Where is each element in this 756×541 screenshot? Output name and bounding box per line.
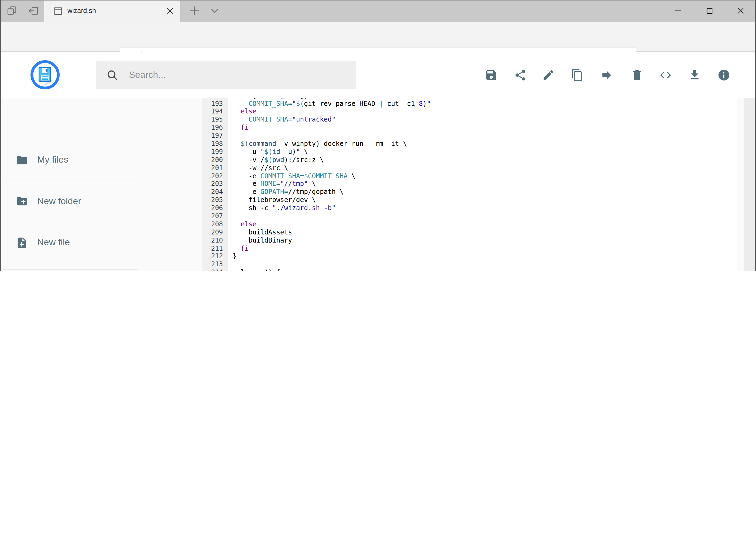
code-line-text[interactable]: buildBinary <box>228 236 737 245</box>
code-line-text[interactable]: -e HOME="//tmp" \ <box>228 180 737 188</box>
code-line[interactable]: 208 else <box>202 221 737 229</box>
line-number[interactable]: 194 <box>202 108 228 116</box>
indent-guide <box>240 204 241 212</box>
sidebar-item-new-file[interactable]: New file <box>16 231 70 255</box>
code-button[interactable] <box>656 66 675 84</box>
filebrowser-logo[interactable] <box>30 60 60 90</box>
browser-tab[interactable]: wizard.sh <box>44 0 180 22</box>
code-line-text[interactable]: filebrowser/dev \ <box>228 196 737 204</box>
line-number[interactable]: 202 <box>202 172 228 180</box>
code-line-text[interactable]: -u "$(id -u)" \ <box>228 148 737 156</box>
line-number[interactable]: 197 <box>202 132 228 140</box>
code-line-text[interactable]: $(command -v winpty) docker run --rm -it… <box>228 140 737 148</box>
line-number[interactable]: 205 <box>202 196 228 204</box>
line-number[interactable]: 206 <box>202 204 228 212</box>
indent-guide <box>240 100 241 108</box>
code-editor[interactable]: 192 if [ -d ".git" ]; then193 COMMIT_SHA… <box>202 98 737 270</box>
search-input[interactable] <box>128 69 335 81</box>
code-line[interactable]: 197 <box>202 132 737 140</box>
line-number[interactable]: 199 <box>202 148 228 156</box>
code-line-text[interactable]: else <box>228 221 737 229</box>
code-line[interactable]: 194 else <box>202 108 737 116</box>
line-number[interactable]: 209 <box>202 229 228 237</box>
code-line[interactable]: 207 <box>202 212 737 221</box>
code-line[interactable]: 210 buildBinary <box>202 236 737 245</box>
code-line-text[interactable]: COMMIT_SHA="$(git rev-parse HEAD | cut -… <box>228 100 737 108</box>
tab-list-chevron-icon[interactable] <box>204 0 226 22</box>
code-line[interactable]: 211 fi <box>202 245 737 253</box>
line-number[interactable]: 210 <box>202 236 228 245</box>
line-number[interactable]: 208 <box>202 221 228 229</box>
code-line[interactable]: 199 -u "$(id -u)" \ <box>202 148 737 156</box>
code-line[interactable]: 196 fi <box>202 124 737 132</box>
code-line[interactable]: 206 sh -c "./wizard.sh -b" <box>202 204 737 212</box>
line-number[interactable]: 213 <box>202 261 228 269</box>
line-number[interactable]: 201 <box>202 164 228 172</box>
window-minimize-button[interactable] <box>665 0 690 22</box>
code-line[interactable]: 198 $(command -v winpty) docker run --rm… <box>202 140 737 148</box>
line-number[interactable]: 195 <box>202 116 228 124</box>
download-button[interactable] <box>685 66 704 84</box>
tab-close-icon[interactable] <box>163 4 177 18</box>
code-line-text[interactable] <box>228 132 737 140</box>
sidebar-item-new-folder[interactable]: New folder <box>16 189 81 213</box>
line-number[interactable]: 204 <box>202 188 228 196</box>
share-button[interactable] <box>511 66 530 84</box>
window-maximize-button[interactable] <box>697 0 722 22</box>
copy-button[interactable] <box>568 66 586 84</box>
delete-button[interactable] <box>628 66 646 84</box>
tab-preview-icon[interactable] <box>1 0 23 22</box>
code-line-text[interactable]: -e COMMIT_SHA=$COMMIT_SHA \ <box>228 172 737 180</box>
code-line-text[interactable]: -v /$(pwd):/src:z \ <box>228 156 737 164</box>
code-line[interactable]: 205 filebrowser/dev \ <box>202 196 737 204</box>
code-line[interactable]: 204 -e GOPATH=//tmp/gopath \ <box>202 188 737 196</box>
code-line-text[interactable]: buildAssets <box>228 229 737 237</box>
info-icon <box>717 69 730 82</box>
code-line-text[interactable] <box>228 212 737 221</box>
code-line[interactable]: 195 COMMIT_SHA="untracked" <box>202 116 737 124</box>
code-line-text[interactable]: COMMIT_SHA="untracked" <box>228 116 737 124</box>
code-line[interactable]: 201 -w //src \ <box>202 164 737 172</box>
line-number[interactable]: 193 <box>202 100 228 108</box>
code-line-text[interactable]: fi <box>228 245 737 253</box>
line-number[interactable]: 214 <box>202 269 228 270</box>
code-line[interactable]: 200 -v /$(pwd):/src:z \ <box>202 156 737 164</box>
folder-icon <box>16 154 28 166</box>
code-line[interactable]: 193 COMMIT_SHA="$(git rev-parse HEAD | c… <box>202 100 737 108</box>
code-line-text[interactable]: sh -c "./wizard.sh -b" <box>228 204 737 212</box>
code-line[interactable]: 213 <box>202 261 737 269</box>
edit-button[interactable] <box>539 66 558 84</box>
code-line-text[interactable]: fi <box>228 124 737 132</box>
code-line[interactable]: 202 -e COMMIT_SHA=$COMMIT_SHA \ <box>202 172 737 180</box>
info-button[interactable] <box>715 66 733 84</box>
line-number[interactable]: 200 <box>202 156 228 164</box>
set-tabs-aside-icon[interactable] <box>23 0 44 22</box>
window-close-button[interactable] <box>728 0 753 22</box>
indent-guide <box>240 172 241 180</box>
search-box[interactable] <box>96 61 356 89</box>
line-number[interactable]: 203 <box>202 180 228 188</box>
code-line-text[interactable]: else <box>228 108 737 116</box>
save-button[interactable] <box>482 66 500 84</box>
sidebar-divider <box>2 180 138 181</box>
new-tab-button[interactable] <box>183 0 205 22</box>
code-line[interactable]: 203 -e HOME="//tmp" \ <box>202 180 737 188</box>
line-number[interactable]: 207 <box>202 212 228 221</box>
line-number[interactable]: 198 <box>202 140 228 148</box>
code-line-text[interactable]: release () { <box>228 269 737 270</box>
line-number[interactable]: 211 <box>202 245 228 253</box>
move-button[interactable] <box>598 66 616 84</box>
code-line[interactable]: 214release () { <box>202 269 737 270</box>
line-number[interactable]: 196 <box>202 124 228 132</box>
code-line[interactable]: 209 buildAssets <box>202 229 737 237</box>
line-number[interactable]: 212 <box>202 253 228 261</box>
code-line-text[interactable] <box>228 261 737 269</box>
sidebar-item-my-files[interactable]: My files <box>16 148 68 172</box>
edit-icon <box>542 69 555 82</box>
code-line[interactable]: 212} <box>202 253 737 261</box>
indent-guide <box>240 164 241 172</box>
code-line-text[interactable]: -w //src \ <box>228 164 737 172</box>
indent-guide <box>240 116 241 124</box>
code-line-text[interactable]: } <box>228 253 737 261</box>
code-line-text[interactable]: -e GOPATH=//tmp/gopath \ <box>228 188 737 196</box>
